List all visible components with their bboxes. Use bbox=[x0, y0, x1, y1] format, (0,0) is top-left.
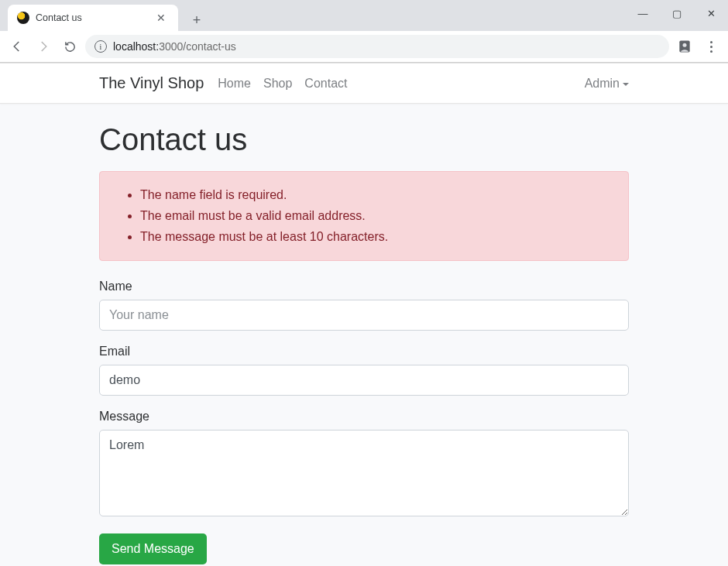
reload-button[interactable] bbox=[59, 36, 81, 57]
close-window-button[interactable]: ✕ bbox=[694, 0, 728, 26]
favicon-icon bbox=[17, 12, 29, 24]
error-item: The email must be a valid email address. bbox=[140, 205, 613, 226]
browser-toolbar: i localhost:3000/contact-us bbox=[0, 31, 728, 62]
url-port: 3000 bbox=[159, 40, 183, 53]
nav-link-contact[interactable]: Contact bbox=[304, 77, 347, 91]
brand[interactable]: The Vinyl Shop bbox=[99, 74, 204, 92]
nav-link-shop[interactable]: Shop bbox=[263, 77, 292, 91]
browser-chrome: Contact us ✕ + — ▢ ✕ i localhost:3000/co… bbox=[0, 0, 728, 63]
error-item: The message must be at least 10 characte… bbox=[140, 226, 613, 247]
user-menu[interactable]: Admin bbox=[585, 77, 629, 91]
svg-point-1 bbox=[683, 43, 687, 47]
name-label: Name bbox=[99, 280, 629, 293]
profile-icon[interactable] bbox=[674, 36, 695, 57]
message-textarea[interactable] bbox=[99, 430, 629, 516]
maximize-button[interactable]: ▢ bbox=[660, 0, 694, 26]
url-path: /contact-us bbox=[183, 40, 235, 53]
back-button[interactable] bbox=[6, 36, 28, 57]
user-menu-label: Admin bbox=[585, 77, 620, 91]
send-message-button[interactable]: Send Message bbox=[99, 533, 207, 564]
chevron-down-icon bbox=[623, 83, 629, 86]
forward-button[interactable] bbox=[33, 36, 54, 57]
address-bar[interactable]: i localhost:3000/contact-us bbox=[85, 35, 669, 58]
email-input[interactable] bbox=[99, 365, 629, 396]
page-viewport: The Vinyl Shop Home Shop Contact Admin C… bbox=[0, 63, 728, 566]
browser-tab[interactable]: Contact us ✕ bbox=[8, 5, 178, 31]
site-navbar: The Vinyl Shop Home Shop Contact Admin bbox=[0, 63, 728, 104]
minimize-button[interactable]: — bbox=[626, 0, 660, 26]
new-tab-button[interactable]: + bbox=[186, 9, 208, 31]
name-input[interactable] bbox=[99, 300, 629, 331]
url-host: localhost: bbox=[113, 40, 159, 53]
email-label: Email bbox=[99, 345, 629, 358]
tab-bar: Contact us ✕ + — ▢ ✕ bbox=[0, 0, 728, 31]
validation-alert: The name field is required. The email mu… bbox=[99, 171, 629, 261]
browser-menu-button[interactable] bbox=[700, 41, 722, 53]
tab-title: Contact us bbox=[36, 12, 153, 23]
close-tab-icon[interactable]: ✕ bbox=[153, 12, 169, 24]
message-label: Message bbox=[99, 410, 629, 424]
nav-link-home[interactable]: Home bbox=[218, 77, 251, 91]
site-info-icon[interactable]: i bbox=[94, 40, 107, 53]
window-controls: — ▢ ✕ bbox=[626, 0, 728, 26]
page-title: Contact us bbox=[99, 122, 629, 157]
error-item: The name field is required. bbox=[140, 184, 613, 205]
